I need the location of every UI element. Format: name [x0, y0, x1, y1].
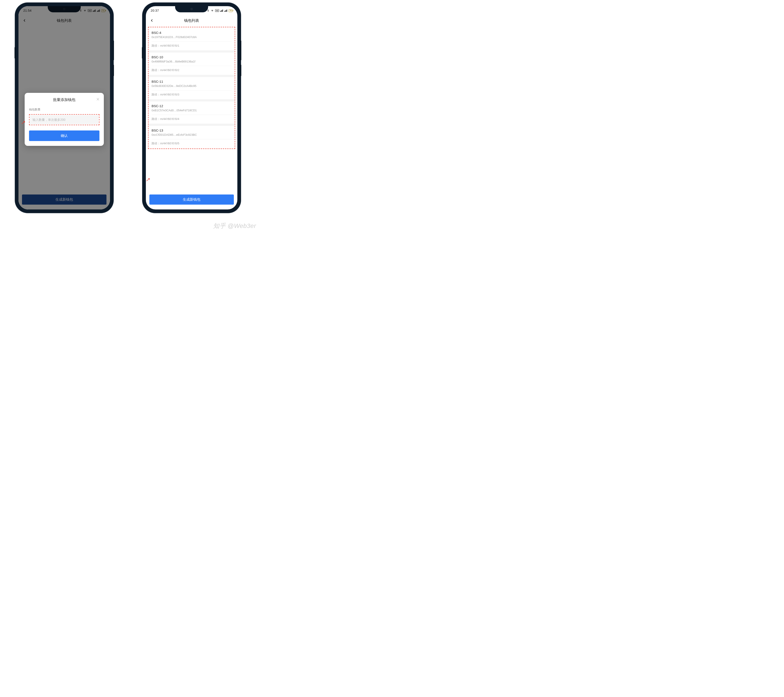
- section-gap: [148, 50, 235, 53]
- chevron-left-icon: [150, 18, 154, 23]
- wallet-address: 0x56cB30D32De…9eDC2cA4Bc95: [152, 84, 232, 87]
- wallet-path: 路径：m/44'/60'/0'/0/3: [152, 92, 232, 99]
- battery-icon: 78: [229, 9, 232, 12]
- section-gap: [148, 124, 235, 126]
- battery-value: 78: [229, 10, 232, 12]
- close-icon: [96, 97, 100, 101]
- wallet-name: BSC-11: [152, 80, 232, 83]
- svg-rect-16: [226, 10, 226, 12]
- signal-icon: [224, 9, 227, 12]
- navbar: 钱包列表: [146, 15, 237, 26]
- wallet-list-item[interactable]: BSC-10 0x498f6fdF3a36…6b8eB69136a1f 路径：m…: [148, 53, 235, 75]
- svg-rect-17: [227, 10, 227, 12]
- svg-rect-12: [222, 10, 222, 12]
- phone-left: 21:54 HD 71 钱包列表 生成新钱包: [15, 3, 113, 213]
- side-button: [113, 41, 114, 60]
- wallet-list-item[interactable]: BSC-12 0xB1C57e3CAd0…054eFd718CD1 路径：m/4…: [148, 101, 235, 124]
- svg-rect-15: [225, 10, 226, 12]
- confirm-button[interactable]: 确认: [29, 130, 99, 141]
- svg-rect-11: [221, 10, 221, 12]
- section-gap: [148, 99, 235, 101]
- svg-rect-10: [220, 11, 221, 12]
- wallet-path: 路径：m/44'/60'/0'/0/4: [152, 117, 232, 124]
- status-time: 20:37: [151, 9, 159, 12]
- wallet-list-item[interactable]: BSC-4 0x1975E4181D3…F028d02407c8A 路径：m/4…: [148, 28, 235, 50]
- screen-right: 20:37 HD 78 钱包列表 BSC-4 0x1975E4181D3…F02…: [146, 6, 237, 209]
- close-button[interactable]: [96, 97, 100, 102]
- side-button: [240, 41, 241, 60]
- wallet-name: BSC-10: [152, 55, 232, 59]
- side-button: [142, 47, 143, 59]
- wallet-address: 0x1975E4181D3…F028d02407c8A: [152, 35, 232, 39]
- signal-icon: [220, 9, 223, 12]
- back-button[interactable]: [149, 18, 155, 23]
- wallet-address: 0xB1C57e3CAd0…054eFd718CD1: [152, 109, 232, 112]
- section-gap: [148, 75, 235, 77]
- page-title: 钱包列表: [184, 18, 199, 23]
- wallet-list-item[interactable]: BSC-13 0xcCfD01DAD85…eEcfcF3c923BC 路径：m/…: [148, 126, 235, 148]
- qty-label: 钱包数量: [29, 107, 99, 112]
- svg-rect-14: [224, 11, 225, 12]
- wallet-list-item[interactable]: BSC-11 0x56cB30D32De…9eDC2cA4Bc95 路径：m/4…: [148, 77, 235, 99]
- wallet-name: BSC-12: [152, 104, 232, 108]
- side-button: [113, 65, 114, 76]
- wifi-icon: [211, 9, 214, 12]
- generate-wallet-button[interactable]: 生成新钱包: [149, 194, 234, 204]
- wallet-list-highlight: BSC-4 0x1975E4181D3…F028d02407c8A 路径：m/4…: [148, 27, 235, 149]
- divider: [152, 66, 232, 66]
- hd-icon: HD: [215, 9, 219, 12]
- generate-wallet-label: 生成新钱包: [183, 197, 200, 202]
- screen-left: 21:54 HD 71 钱包列表 生成新钱包: [18, 6, 110, 209]
- wallet-name: BSC-4: [152, 31, 232, 35]
- confirm-label: 确认: [61, 133, 68, 138]
- svg-rect-13: [222, 10, 223, 12]
- wallet-name: BSC-13: [152, 129, 232, 132]
- qty-input[interactable]: [30, 115, 99, 124]
- phone-right: 20:37 HD 78 钱包列表 BSC-4 0x1975E4181D3…F02…: [143, 3, 240, 213]
- qty-input-highlight: [29, 114, 99, 125]
- side-button: [15, 47, 16, 59]
- watermark: 知乎 @Web3er: [213, 222, 256, 230]
- notch: [175, 6, 208, 12]
- wallet-address: 0xcCfD01DAD85…eEcfcF3c923BC: [152, 133, 232, 137]
- batch-add-modal: 批量添加钱包 钱包数量 确认: [25, 93, 104, 146]
- divider: [152, 139, 232, 139]
- wallet-path: 路径：m/44'/60'/0'/0/5: [152, 142, 232, 148]
- divider: [152, 90, 232, 91]
- side-button: [240, 65, 241, 76]
- wallet-address: 0x498f6fdF3a36…6b8eB69136a1f: [152, 60, 232, 63]
- wallet-path: 路径：m/44'/60'/0'/0/2: [152, 68, 232, 75]
- modal-title: 批量添加钱包: [29, 97, 99, 102]
- wallet-path: 路径：m/44'/60'/0'/0/1: [152, 44, 232, 50]
- annotation-arrow-icon: [146, 177, 150, 181]
